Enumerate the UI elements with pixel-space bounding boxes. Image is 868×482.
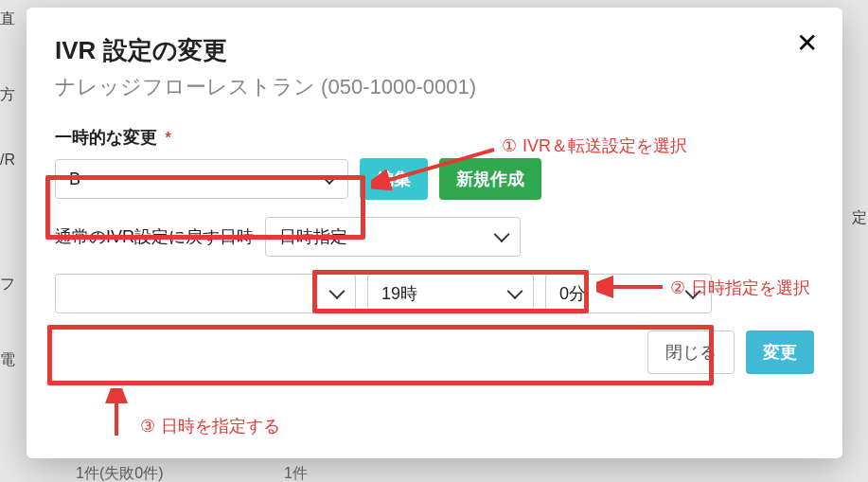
minute-select-wrap: 0分 [545, 274, 712, 313]
bg-text: 直 [0, 9, 15, 29]
hour-select-wrap: 19時 [367, 274, 534, 313]
edit-button[interactable]: 編集 [360, 158, 428, 200]
ivr-select-wrap: B [55, 159, 348, 199]
bg-text: 電 [0, 350, 15, 370]
bg-text: 定 [852, 208, 867, 228]
bg-text: /R [0, 152, 15, 169]
date-select[interactable] [55, 274, 356, 313]
required-mark: * [165, 130, 170, 146]
ivr-select[interactable]: B [55, 159, 348, 199]
bg-text: 1件(失敗0件) [76, 464, 163, 482]
dialog-title: IVR 設定の変更 [55, 34, 814, 67]
hour-select[interactable]: 19時 [367, 274, 534, 313]
bg-text: フ [0, 275, 15, 295]
new-button[interactable]: 新規作成 [439, 158, 541, 200]
date-select-wrap [55, 274, 356, 313]
minute-select[interactable]: 0分 [545, 274, 712, 313]
datetype-select-wrap: 日時指定 [265, 217, 521, 257]
datetype-select[interactable]: 日時指定 [265, 217, 521, 257]
dialog-subtitle: ナレッジフローレストラン (050-1000-0001) [55, 73, 814, 101]
change-button[interactable]: 変更 [746, 330, 814, 374]
close-button[interactable]: 閉じる [647, 330, 735, 374]
revert-datetime-label: 通常のIVR設定に戻す日時 [55, 225, 254, 248]
dialog-footer: 閉じる 変更 [55, 330, 814, 374]
close-icon[interactable]: ✕ [796, 30, 818, 57]
temp-change-label: 一時的な変更 [55, 126, 157, 149]
bg-text: 1件 [284, 464, 308, 482]
ivr-settings-dialog: ✕ IVR 設定の変更 ナレッジフローレストラン (050-1000-0001)… [27, 8, 842, 458]
bg-text: 方 [0, 85, 15, 105]
